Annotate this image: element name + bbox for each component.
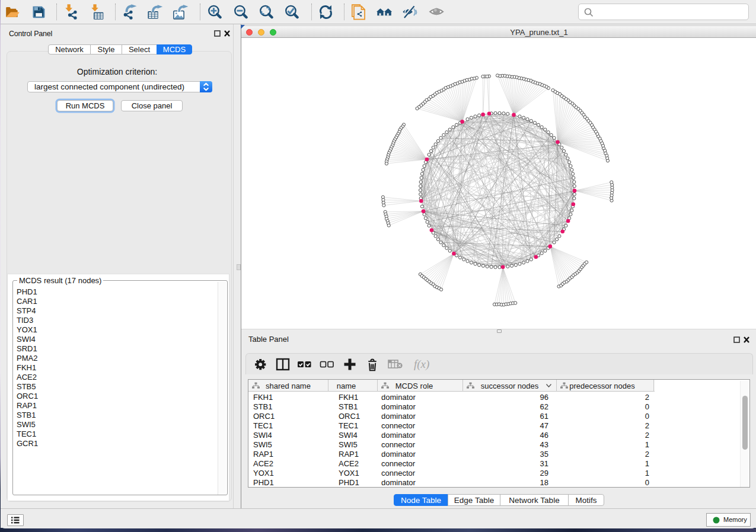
svg-text:f(x): f(x)	[414, 358, 429, 371]
